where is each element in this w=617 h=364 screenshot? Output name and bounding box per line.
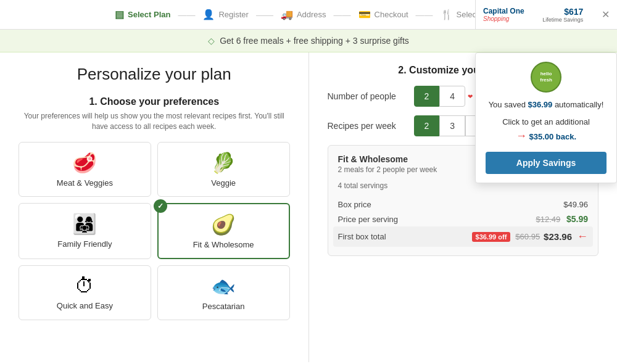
promo-banner: ◇ Get 6 free meals + free shipping + 3 s… (0, 30, 617, 52)
family-friendly-label: Family Friendly (57, 239, 112, 249)
nav-connector-2: —— (256, 10, 273, 20)
hellofresh-logo-container: hellofresh (486, 62, 607, 93)
meat-veggies-label: Meat & Veggies (57, 178, 113, 188)
first-box-old-price: $60.95 (515, 232, 540, 241)
capital-one-saved-amount: $36.99 (528, 100, 553, 109)
first-box-final-price: $23.96 (544, 231, 572, 242)
recipes-btn-2[interactable]: 2 (414, 115, 440, 136)
nav-connector-3: —— (334, 10, 351, 20)
price-per-serving-label: Price per serving (338, 215, 399, 224)
page-title: Personalize your plan (19, 65, 290, 84)
apply-savings-button[interactable]: Apply Savings (486, 152, 607, 174)
fit-wholesome-label: Fit & Wholesome (193, 240, 254, 249)
nav-connector-1: —— (178, 10, 195, 20)
veggie-label: Veggie (211, 178, 236, 188)
quick-easy-icon: ⏱ (75, 275, 94, 297)
meal-card-quick-easy[interactable]: ⏱ Quick and Easy (19, 265, 151, 320)
main-content: Personalize your plan 1. Choose your pre… (0, 52, 617, 362)
capital-one-cta-amount: $35.00 back. (529, 132, 577, 141)
capital-one-cta: Click to get an additional → $35.00 back… (486, 116, 607, 145)
checkout-label: Checkout (375, 10, 408, 19)
price-per-serving-old: $12.49 (536, 215, 561, 224)
capital-one-logo-text: Capital One (483, 7, 524, 15)
register-label: Register (218, 10, 248, 19)
recipes-btn-3[interactable]: 3 (439, 115, 465, 136)
select-plan-label: Select Plan (128, 10, 170, 19)
meal-card-pescatarian[interactable]: 🐟 Pescatarian (157, 265, 290, 320)
price-per-serving-row: Price per serving $12.49 $5.99 (338, 212, 589, 226)
capital-one-savings-label: Lifetime Savings (542, 17, 583, 23)
address-icon: 🚚 (281, 9, 293, 20)
people-btn-4[interactable]: 4 (439, 86, 465, 107)
meal-card-family-friendly[interactable]: 👨‍👩‍👧 Family Friendly (19, 203, 151, 259)
box-price-row: Box price $49.96 (338, 197, 589, 212)
discount-badge: $36.99 off (472, 232, 511, 242)
capital-one-panel: hellofresh You saved $36.99 automaticall… (475, 52, 617, 183)
capital-one-saved-message: You saved $36.99 automatically! (486, 99, 607, 111)
hellofresh-badge: hellofresh (531, 62, 561, 93)
meal-card-veggie[interactable]: 🥬 Veggie (157, 142, 290, 197)
check-badge-fit-wholesome: ✓ (154, 199, 167, 213)
nav-connector-4: —— (416, 10, 433, 20)
box-price-value: $49.96 (563, 200, 588, 209)
people-btn-group: 2 4 (414, 86, 466, 107)
register-icon: 👤 (202, 9, 215, 20)
box-price-label: Box price (338, 200, 371, 209)
meal-card-fit-wholesome[interactable]: ✓ 🥑 Fit & Wholesome (157, 203, 290, 259)
capital-one-logo: Capital One Shopping (483, 7, 524, 22)
first-box-total-row: First box total $36.99 off $60.95 $23.96… (333, 226, 594, 247)
capital-one-close-icon[interactable]: ✕ (602, 9, 610, 20)
preferences-subtitle: Your preferences will help us show you t… (19, 111, 290, 132)
arrow-right-cta-icon: → (516, 128, 527, 144)
diamond-icon: ◇ (208, 36, 215, 46)
price-per-serving-new: $5.99 (566, 214, 588, 224)
select-plan-icon: ▤ (115, 9, 124, 20)
meal-options-grid: 🥩 Meat & Veggies 🥬 Veggie 👨‍👩‍👧 Family F… (19, 142, 290, 320)
address-label: Address (297, 10, 326, 19)
left-panel: Personalize your plan 1. Choose your pre… (0, 52, 309, 362)
nav-step-address[interactable]: 🚚 Address (275, 9, 333, 20)
nav-step-checkout[interactable]: 💳 Checkout (352, 9, 415, 20)
nav-step-register[interactable]: 👤 Register (196, 9, 254, 20)
capital-one-logo-sub: Shopping (483, 15, 524, 22)
pescatarian-label: Pescatarian (202, 302, 245, 311)
first-box-label: First box total (338, 232, 386, 241)
veggie-icon: 🥬 (211, 151, 236, 175)
people-btn-2[interactable]: 2 (414, 86, 440, 107)
heart-icon: ❤ (468, 93, 473, 100)
promo-text: Get 6 free meals + free shipping + 3 sur… (220, 36, 409, 46)
checkout-icon: 💳 (358, 9, 371, 20)
quick-easy-label: Quick and Easy (57, 301, 113, 310)
meat-veggies-icon: 🥩 (72, 151, 97, 175)
top-navigation: ▤ Select Plan —— 👤 Register —— 🚚 Address… (0, 0, 617, 30)
arrow-right-icon: ← (577, 230, 588, 243)
capital-one-savings-amount: $617 (542, 7, 583, 17)
preferences-section-title: 1. Choose your preferences (19, 96, 290, 107)
people-label: Number of people (328, 91, 414, 101)
recipes-label: Recipes per week (328, 121, 414, 131)
pescatarian-icon: 🐟 (211, 275, 236, 298)
nav-step-select-plan[interactable]: ▤ Select Plan (109, 9, 176, 20)
capital-one-header-bar: Capital One Shopping $617 Lifetime Savin… (475, 0, 617, 30)
capital-one-savings: $617 Lifetime Savings (542, 7, 583, 23)
meal-card-meat-veggies[interactable]: 🥩 Meat & Veggies (19, 142, 151, 197)
family-friendly-icon: 👨‍👩‍👧 (72, 212, 97, 236)
fit-wholesome-icon: 🥑 (211, 213, 236, 236)
select-meals-icon: 🍴 (441, 9, 453, 20)
